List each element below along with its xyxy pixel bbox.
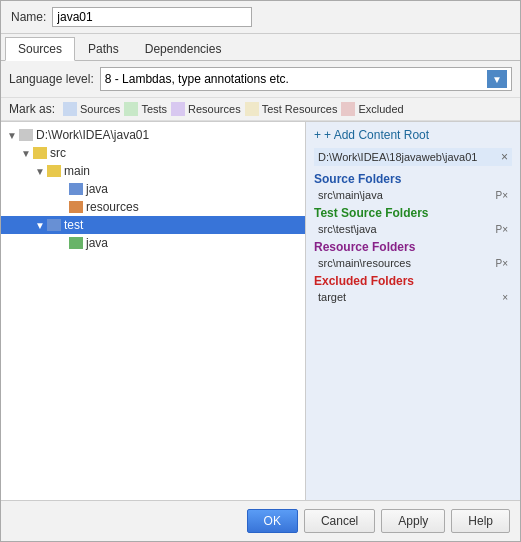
tree-item-java-label: java bbox=[86, 182, 108, 196]
test-source-folders-path-row: src\test\java P× bbox=[314, 222, 512, 236]
excluded-folders-section: Excluded Folders target × bbox=[314, 274, 512, 304]
resource-folders-title: Resource Folders bbox=[314, 240, 512, 254]
add-icon: + bbox=[314, 128, 321, 142]
cancel-button[interactable]: Cancel bbox=[304, 509, 375, 533]
tree-item-src[interactable]: ▼ src bbox=[1, 144, 305, 162]
mark-tests-btn[interactable]: Tests bbox=[124, 102, 167, 116]
root-path-text: D:\Work\IDEA\18javaweb\java01 bbox=[318, 151, 477, 163]
tree-item-test-label: test bbox=[64, 218, 83, 232]
tab-sources[interactable]: Sources bbox=[5, 37, 75, 61]
tree-item-resources[interactable]: resources bbox=[1, 198, 305, 216]
mark-as-row: Mark as: Sources Tests Resources Test Re… bbox=[1, 98, 520, 121]
excluded-icon bbox=[341, 102, 355, 116]
tab-dependencies[interactable]: Dependencies bbox=[132, 37, 235, 60]
toggle-test[interactable]: ▼ bbox=[33, 220, 47, 231]
language-level-row: Language level: 8 - Lambdas, type annota… bbox=[1, 61, 520, 98]
module-settings-dialog: Name: Sources Paths Dependencies Languag… bbox=[0, 0, 521, 542]
tree-item-main[interactable]: ▼ main bbox=[1, 162, 305, 180]
folder-resources-icon bbox=[69, 201, 83, 213]
tree-item-java[interactable]: java bbox=[1, 180, 305, 198]
resource-path-actions[interactable]: P× bbox=[495, 258, 508, 269]
main-content: ▼ D:\Work\IDEA\java01 ▼ src ▼ main bbox=[1, 121, 520, 500]
excluded-path-actions[interactable]: × bbox=[502, 292, 508, 303]
tree-item-src-label: src bbox=[50, 146, 66, 160]
toggle-src[interactable]: ▼ bbox=[19, 148, 33, 159]
ok-button[interactable]: OK bbox=[247, 509, 298, 533]
footer: OK Cancel Apply Help bbox=[1, 500, 520, 541]
sources-icon bbox=[63, 102, 77, 116]
help-button[interactable]: Help bbox=[451, 509, 510, 533]
name-input[interactable] bbox=[52, 7, 252, 27]
dropdown-arrow-icon[interactable]: ▼ bbox=[487, 70, 507, 88]
tabs-bar: Sources Paths Dependencies bbox=[1, 34, 520, 61]
resources-icon bbox=[171, 102, 185, 116]
folder-java-icon bbox=[69, 183, 83, 195]
folder-main-icon bbox=[47, 165, 61, 177]
resource-path-text: src\main\resources bbox=[318, 257, 411, 269]
tree-item-java2-label: java bbox=[86, 236, 108, 250]
test-source-path-actions[interactable]: P× bbox=[495, 224, 508, 235]
tree-panel: ▼ D:\Work\IDEA\java01 ▼ src ▼ main bbox=[1, 122, 306, 500]
tree-item-root-label: D:\Work\IDEA\java01 bbox=[36, 128, 149, 142]
source-folders-path-row: src\main\java P× bbox=[314, 188, 512, 202]
mark-test-resources-btn[interactable]: Test Resources bbox=[245, 102, 338, 116]
mark-excluded-btn[interactable]: Excluded bbox=[341, 102, 403, 116]
source-folders-section: Source Folders src\main\java P× bbox=[314, 172, 512, 202]
root-close-btn[interactable]: × bbox=[501, 150, 508, 164]
language-level-select[interactable]: 8 - Lambdas, type annotations etc. ▼ bbox=[100, 67, 512, 91]
title-bar: Name: bbox=[1, 1, 520, 34]
tests-icon bbox=[124, 102, 138, 116]
tree-item-test[interactable]: ▼ test bbox=[1, 216, 305, 234]
test-source-folders-section: Test Source Folders src\test\java P× bbox=[314, 206, 512, 236]
apply-button[interactable]: Apply bbox=[381, 509, 445, 533]
language-level-value: 8 - Lambdas, type annotations etc. bbox=[105, 72, 487, 86]
mark-resources-btn[interactable]: Resources bbox=[171, 102, 241, 116]
tree-item-resources-label: resources bbox=[86, 200, 139, 214]
tab-paths[interactable]: Paths bbox=[75, 37, 132, 60]
source-path-actions[interactable]: P× bbox=[495, 190, 508, 201]
source-path-text: src\main\java bbox=[318, 189, 383, 201]
folder-test-icon bbox=[47, 219, 61, 231]
folder-java2-icon bbox=[69, 237, 83, 249]
test-source-folders-title: Test Source Folders bbox=[314, 206, 512, 220]
source-folders-title: Source Folders bbox=[314, 172, 512, 186]
mark-sources-btn[interactable]: Sources bbox=[63, 102, 120, 116]
add-content-root-btn[interactable]: + + Add Content Root bbox=[314, 128, 512, 142]
resource-folders-path-row: src\main\resources P× bbox=[314, 256, 512, 270]
right-panel: + + Add Content Root D:\Work\IDEA\18java… bbox=[306, 122, 520, 500]
tree-item-java2[interactable]: java bbox=[1, 234, 305, 252]
excluded-folders-title: Excluded Folders bbox=[314, 274, 512, 288]
excluded-path-text: target bbox=[318, 291, 346, 303]
tree-item-root[interactable]: ▼ D:\Work\IDEA\java01 bbox=[1, 126, 305, 144]
tree-item-main-label: main bbox=[64, 164, 90, 178]
test-resources-icon bbox=[245, 102, 259, 116]
folder-src-icon bbox=[33, 147, 47, 159]
name-label: Name: bbox=[11, 10, 46, 24]
toggle-root[interactable]: ▼ bbox=[5, 130, 19, 141]
toggle-main[interactable]: ▼ bbox=[33, 166, 47, 177]
test-source-path-text: src\test\java bbox=[318, 223, 377, 235]
mark-as-label: Mark as: bbox=[9, 102, 55, 116]
folder-root-icon bbox=[19, 129, 33, 141]
resource-folders-section: Resource Folders src\main\resources P× bbox=[314, 240, 512, 270]
excluded-folders-path-row: target × bbox=[314, 290, 512, 304]
language-level-label: Language level: bbox=[9, 72, 94, 86]
root-path-bar: D:\Work\IDEA\18javaweb\java01 × bbox=[314, 148, 512, 166]
